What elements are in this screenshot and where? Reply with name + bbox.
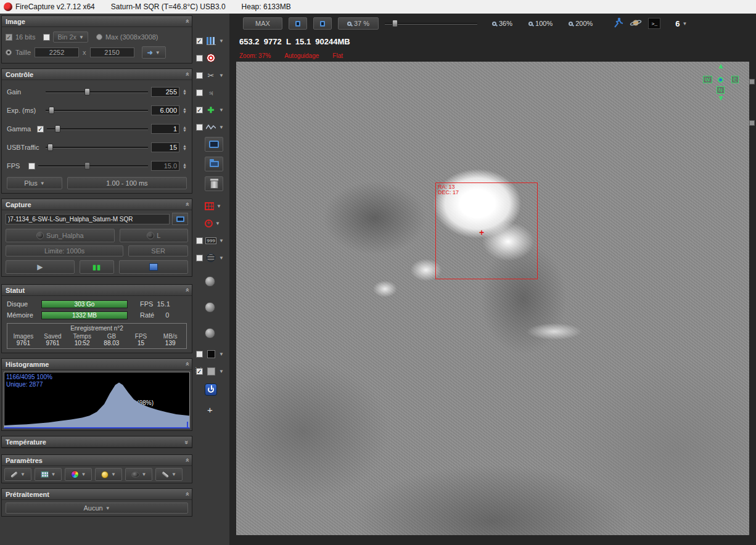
chevron-down-icon[interactable]: ▼ [219, 351, 224, 357]
width-field[interactable]: 2252 [35, 47, 79, 57]
gain-spinner[interactable]: ▲▼ [183, 89, 187, 95]
monitor-1-button[interactable] [289, 17, 307, 30]
histogram-overlay-toggle[interactable]: ✓▼ [196, 33, 227, 48]
bin-checkbox[interactable] [43, 34, 50, 41]
pretraitement-dropdown[interactable]: Aucun▼ [6, 502, 188, 514]
filename-input[interactable] [6, 214, 170, 224]
flat-field-toggle[interactable]: ✓▼ [196, 364, 227, 379]
panel-image-header[interactable]: Image » [2, 16, 192, 27]
gain-value[interactable]: 255 [151, 87, 179, 97]
panel-histogramme-header[interactable]: Histogramme » [2, 359, 192, 370]
chevron-down-icon[interactable]: ▼ [219, 125, 224, 130]
pause-button[interactable]: ▮▮ [80, 260, 115, 274]
chevron-down-icon[interactable]: ▼ [219, 107, 224, 113]
sphere-button-1[interactable] [205, 276, 215, 287]
usbtraffic-slider[interactable] [46, 143, 148, 152]
collapse-icon[interactable]: » [183, 289, 190, 292]
target-overlay-button[interactable]: ▼ [196, 216, 227, 231]
panel-controle-header[interactable]: Contrôle » [2, 69, 192, 80]
collapse-icon[interactable]: » [183, 20, 190, 23]
tools-dropdown[interactable]: ▼ [4, 468, 31, 481]
gamma-value[interactable]: 1 [151, 124, 179, 134]
fps-value[interactable]: 15.0 [151, 161, 179, 171]
fps-checkbox[interactable] [28, 163, 35, 170]
open-folder-button[interactable] [205, 157, 223, 171]
collapse-icon[interactable]: » [183, 459, 190, 462]
limit-button[interactable]: Limite: 1000s [6, 245, 123, 256]
exposure-range-button[interactable]: 1.00 - 100 ms [67, 177, 187, 189]
sphere-button-3[interactable] [205, 328, 215, 338]
exposure-value[interactable]: 6.000 [151, 105, 179, 115]
compass-down-button[interactable]: ▼ [717, 94, 725, 102]
height-field[interactable]: 2150 [90, 47, 134, 57]
delete-button[interactable] [205, 176, 223, 191]
panel-parametres-header[interactable]: Paramètres » [2, 455, 192, 466]
profile-graph-toggle[interactable]: ▼ [196, 120, 227, 134]
zoom-200-button[interactable]: 200% [569, 20, 593, 27]
fps-spinner[interactable]: ▲▼ [183, 163, 187, 169]
zoom-100-button[interactable]: 100% [528, 20, 553, 27]
play-button[interactable]: ▶ [6, 260, 75, 274]
table-dropdown[interactable]: ▼ [35, 468, 62, 481]
zoom-slider[interactable] [385, 19, 477, 28]
compass-up-button[interactable]: ▲ [717, 62, 725, 70]
chevron-down-icon[interactable]: ▼ [219, 255, 224, 261]
chevron-down-icon[interactable]: ▼ [219, 369, 224, 374]
frame-counter-toggle[interactable]: 999▼ [196, 233, 227, 248]
power-button[interactable] [205, 383, 217, 396]
crop-toggle[interactable]: ✂▼ [196, 68, 227, 83]
chevron-down-icon[interactable]: ▼ [215, 221, 220, 226]
panel-pretraitement-header[interactable]: Prétraitement » [2, 489, 192, 500]
format-button[interactable]: SER [128, 245, 188, 256]
globe-toggle[interactable]: ▼ [196, 250, 227, 265]
sun-image[interactable]: RA: 13 DEC: 17 + ▲ W E N ▼ [236, 62, 749, 535]
gain-slider[interactable] [46, 88, 148, 96]
edge-handle-1[interactable] [749, 79, 755, 84]
filter-button[interactable]: L [120, 229, 188, 242]
bin-dropdown[interactable]: Bin 2x▼ [53, 31, 88, 43]
brightness-dropdown[interactable]: ▼ [95, 468, 122, 481]
collapse-icon[interactable]: » [183, 203, 190, 206]
usbtraffic-value[interactable]: 15 [151, 142, 179, 152]
align-toggle[interactable]: ✓✚▼ [196, 102, 227, 117]
chevron-down-icon[interactable]: ▼ [216, 203, 221, 209]
chevron-down-icon[interactable]: ▼ [219, 73, 224, 78]
gamma-slider[interactable] [47, 125, 148, 133]
zoom-current-button[interactable]: 37 % [338, 17, 379, 30]
misc-tools-dropdown[interactable]: ▼ [155, 468, 183, 481]
dark-dropdown[interactable]: ▼ [125, 468, 152, 481]
gamma-checkbox[interactable]: ✓ [37, 126, 44, 133]
profile-button[interactable]: Sun_Halpha [6, 229, 115, 242]
bits-checkbox[interactable]: ✓ [6, 34, 12, 41]
collapse-icon[interactable]: » [183, 363, 190, 366]
monitor-2-button[interactable] [313, 17, 332, 30]
chevron-down-icon[interactable]: ▼ [683, 21, 688, 27]
add-button[interactable]: + [207, 404, 213, 415]
dark-frame-toggle[interactable]: ▼ [196, 346, 227, 361]
collapse-icon[interactable]: » [183, 73, 190, 76]
edge-handle-2[interactable] [749, 120, 755, 126]
zoom-36-button[interactable]: 36% [492, 20, 512, 27]
plus-dropdown[interactable]: Plus▼ [7, 177, 62, 189]
console-button[interactable]: >_ [648, 18, 660, 29]
apply-size-button[interactable]: ➜▼ [142, 46, 166, 59]
guide-roi-rectangle[interactable]: RA: 13 DEC: 17 + [435, 182, 538, 279]
fps-slider[interactable] [38, 162, 148, 170]
usbtraffic-spinner[interactable]: ▲▼ [183, 144, 187, 150]
snapshot-button[interactable] [172, 213, 188, 225]
exposure-spinner[interactable]: ▲▼ [183, 107, 187, 113]
exposure-slider[interactable] [46, 106, 148, 115]
chevron-down-icon[interactable]: ▼ [219, 238, 224, 244]
compass-west-button[interactable]: W [703, 76, 712, 83]
reticle-toggle[interactable] [196, 51, 227, 65]
color-dropdown[interactable]: ▼ [65, 468, 92, 481]
gamma-spinner[interactable]: ▲▼ [183, 126, 187, 132]
compass-east-button[interactable]: E [731, 76, 739, 83]
chevron-down-icon[interactable]: ▼ [219, 38, 224, 44]
panel-temperature-header[interactable]: Température » [2, 436, 192, 448]
max-zoom-button[interactable]: MAX [243, 17, 282, 30]
planet-tool-toggle[interactable]: ♃ [196, 85, 227, 100]
max-radio[interactable] [96, 34, 102, 40]
record-button[interactable] [119, 260, 188, 274]
planet-button[interactable] [630, 17, 642, 30]
